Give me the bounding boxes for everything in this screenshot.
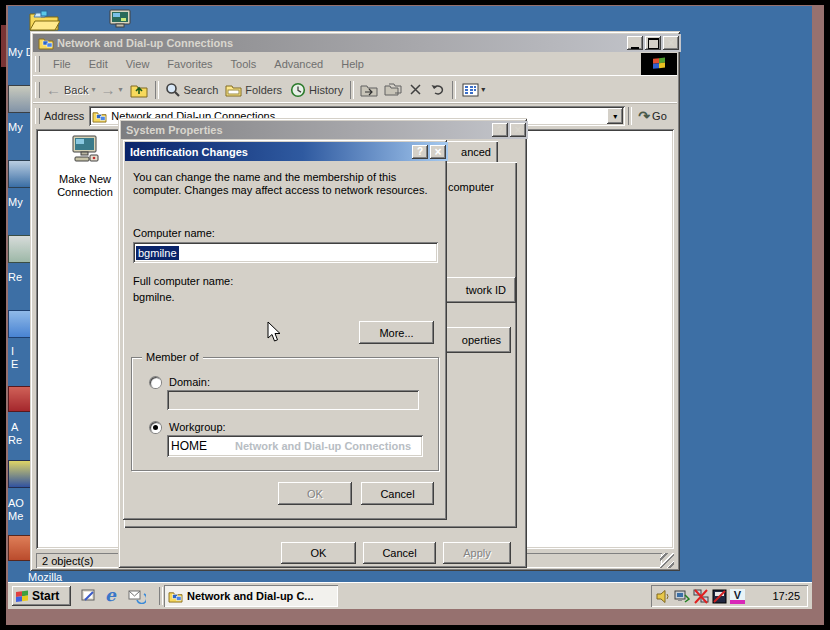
- ok-button[interactable]: OK: [278, 482, 352, 505]
- tab-advanced-label: anced: [461, 146, 491, 158]
- desktop-icon-sliver[interactable]: [8, 85, 32, 113]
- menu-edit[interactable]: Edit: [80, 58, 117, 70]
- copy-to-button[interactable]: [381, 83, 405, 97]
- up-button[interactable]: [126, 82, 152, 98]
- menu-file[interactable]: File: [44, 58, 80, 70]
- make-new-connection-item[interactable]: Make New Connection: [50, 131, 120, 199]
- quicklaunch-internet-explorer[interactable]: e: [105, 585, 116, 605]
- history-button[interactable]: History: [286, 82, 347, 98]
- forward-dropdown-icon[interactable]: ▾: [118, 85, 122, 94]
- desktop-icon-my-computer[interactable]: [108, 8, 134, 31]
- identification-titlebar[interactable]: Identification Changes ? ×: [125, 142, 448, 161]
- undo-button[interactable]: [426, 83, 449, 96]
- menu-advanced[interactable]: Advanced: [265, 58, 332, 70]
- delete-button[interactable]: [405, 83, 426, 96]
- desktop-icon-label-fragment[interactable]: Me: [8, 510, 23, 522]
- system-properties-titlebar[interactable]: System Properties ? ×: [121, 121, 528, 139]
- desktop-icon-label-fragment[interactable]: My: [8, 196, 23, 208]
- toolbar-separator: [350, 81, 354, 99]
- search-button[interactable]: Search: [162, 82, 222, 98]
- desktop-icon-label-fragment[interactable]: E: [11, 358, 18, 370]
- history-icon: [290, 82, 306, 98]
- desktop-icon-label-fragment[interactable]: Re: [8, 271, 22, 283]
- domain-radio[interactable]: [150, 377, 161, 388]
- go-button[interactable]: ↷ Go: [635, 108, 669, 124]
- cancel-button[interactable]: Cancel: [363, 542, 436, 564]
- tab-page-text-fragment: computer: [448, 181, 494, 193]
- virus-scan-icon[interactable]: V: [730, 589, 745, 604]
- maximize-button[interactable]: [645, 36, 661, 50]
- bezel-red-streak: [1, 25, 6, 67]
- close-button[interactable]: ×: [430, 145, 446, 159]
- move-to-button[interactable]: [357, 83, 381, 97]
- more-button[interactable]: More...: [359, 321, 434, 344]
- start-button[interactable]: Start: [12, 586, 71, 606]
- minimize-button[interactable]: [627, 36, 643, 50]
- network-window-titlebar[interactable]: Network and Dial-up Connections ×: [33, 34, 681, 52]
- description-line1: You can change the name and the membersh…: [133, 171, 435, 184]
- taskbar: Start e Network and Dial-up C...: [8, 582, 812, 609]
- network-window-title: Network and Dial-up Connections: [57, 37, 233, 49]
- full-computer-name-label: Full computer name:: [133, 275, 233, 287]
- workgroup-input[interactable]: HOME Network and Dial-up Connections: [167, 435, 423, 457]
- maximize-icon: [648, 38, 659, 49]
- forward-button[interactable]: → ▾: [97, 81, 125, 98]
- quicklaunch-outlook-express[interactable]: [128, 587, 146, 604]
- domain-input[interactable]: [167, 390, 419, 410]
- menu-tools[interactable]: Tools: [222, 58, 266, 70]
- workgroup-label[interactable]: Workgroup:: [169, 421, 226, 433]
- go-label: Go: [652, 110, 667, 122]
- desktop-icon-label-fragment[interactable]: AO: [8, 497, 24, 509]
- views-dropdown-icon[interactable]: ▾: [481, 85, 485, 94]
- help-button[interactable]: ?: [412, 145, 428, 159]
- address-folder-icon: [92, 110, 107, 123]
- minimize-icon: [631, 38, 639, 49]
- desktop-icon-sliver[interactable]: [8, 310, 32, 338]
- cancel-button[interactable]: Cancel: [361, 482, 434, 505]
- volume-icon[interactable]: [656, 589, 671, 604]
- domain-label[interactable]: Domain:: [169, 376, 210, 388]
- desktop-icon-label-fragment[interactable]: A: [11, 421, 18, 433]
- desktop-icon-sliver[interactable]: [8, 535, 32, 561]
- ok-button[interactable]: OK: [281, 542, 356, 564]
- back-button[interactable]: ← Back ▾: [44, 81, 97, 98]
- folders-button[interactable]: Folders: [221, 83, 286, 97]
- desktop-icon-sliver[interactable]: [8, 235, 32, 263]
- undo-icon: [430, 83, 445, 96]
- views-button[interactable]: ▾: [459, 83, 488, 97]
- desktop-icon-label-fragment[interactable]: I: [11, 345, 14, 357]
- quicklaunch-show-desktop[interactable]: [80, 587, 97, 604]
- menu-help[interactable]: Help: [332, 58, 373, 70]
- full-computer-name-value: bgmilne.: [133, 291, 175, 303]
- desktop-icon-label-fragment[interactable]: My: [8, 121, 23, 133]
- identification-title: Identification Changes: [130, 146, 248, 158]
- address-dropdown-button[interactable]: ▾: [607, 108, 623, 124]
- addressbar-grip[interactable]: [35, 108, 40, 124]
- menu-view[interactable]: View: [117, 58, 159, 70]
- desktop-icon-label-fragment[interactable]: Re: [8, 434, 22, 446]
- close-button[interactable]: ×: [663, 36, 679, 50]
- taskbar-separator: [159, 587, 163, 605]
- desktop-icon-sliver[interactable]: [8, 460, 32, 488]
- menubar-grip[interactable]: [35, 56, 40, 72]
- help-button[interactable]: ?: [492, 123, 508, 137]
- apply-button[interactable]: Apply: [443, 542, 511, 564]
- windows-logo-throbber: [641, 53, 677, 75]
- desktop-icon-sliver[interactable]: [8, 386, 32, 412]
- clock[interactable]: 17:25: [772, 590, 800, 602]
- computer-name-input[interactable]: bgmilne: [133, 242, 438, 263]
- desktop-icon-sliver[interactable]: [8, 160, 32, 188]
- resize-grip[interactable]: [660, 553, 674, 568]
- menu-favorites[interactable]: Favorites: [158, 58, 221, 70]
- workgroup-radio[interactable]: [150, 422, 161, 433]
- close-icon: ×: [667, 36, 674, 50]
- desktop-icon-my-documents[interactable]: [28, 8, 60, 32]
- back-dropdown-icon[interactable]: ▾: [91, 85, 95, 94]
- close-button[interactable]: ×: [510, 123, 526, 137]
- network-disconnected-icon[interactable]: [693, 589, 709, 604]
- tray-app-icon[interactable]: [712, 589, 727, 604]
- display-settings-icon[interactable]: [674, 589, 690, 604]
- task-button-network-connections[interactable]: Network and Dial-up C...: [164, 585, 338, 607]
- toolbar-grip[interactable]: [35, 82, 40, 98]
- network-folder-icon: [38, 36, 54, 50]
